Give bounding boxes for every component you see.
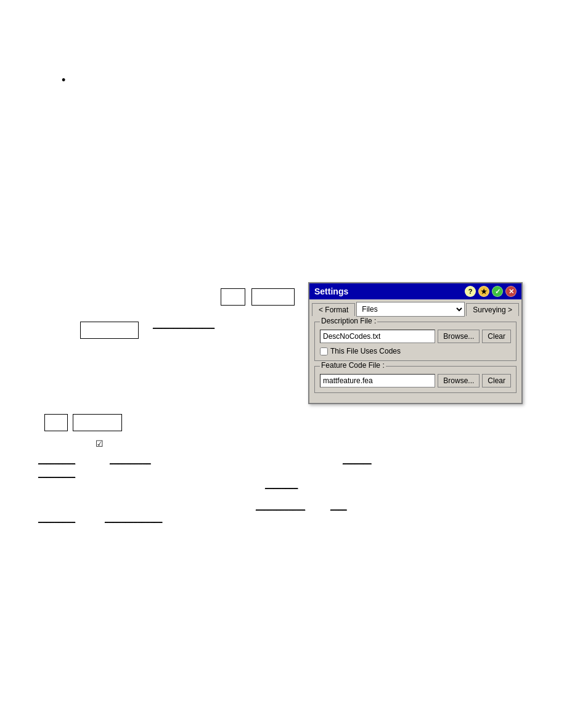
description-file-row: Browse... Clear (320, 330, 511, 343)
tab-bar: < Format Files Surveying > (309, 299, 521, 317)
settings-dialog: Settings ? ★ ✓ ✕ < Format Files Surveyin… (308, 282, 523, 404)
underline-link-9[interactable]: ______________ (105, 514, 162, 523)
feature-code-file-input[interactable] (320, 374, 435, 387)
underline-link-5[interactable]: ________ (265, 481, 298, 489)
tab-surveying-button[interactable]: Surveying > (466, 303, 519, 316)
underline-link-3[interactable]: _______ (343, 456, 372, 465)
bottom-checkbox[interactable]: ☑ (96, 439, 104, 448)
feature-browse-button[interactable]: Browse... (438, 374, 480, 387)
underline-link-2[interactable]: __________ (110, 456, 151, 465)
dialog-content: Description File : Browse... Clear This … (309, 317, 521, 403)
underline-link-1[interactable]: _________ (38, 456, 75, 465)
underline-link-8[interactable]: _________ (38, 514, 75, 523)
feature-code-file-row: Browse... Clear (320, 374, 511, 387)
uses-codes-checkbox[interactable] (320, 347, 328, 355)
uses-codes-label: This File Uses Codes (330, 347, 401, 355)
uses-codes-row: This File Uses Codes (320, 347, 511, 355)
left-box (80, 322, 139, 339)
close-icon[interactable]: ✕ (505, 286, 517, 297)
help-icon[interactable]: ? (465, 286, 476, 297)
underline-link-7[interactable]: ____ (330, 502, 347, 511)
feature-code-file-group: Feature Code File : Browse... Clear (314, 366, 517, 393)
description-file-group: Description File : Browse... Clear This … (314, 322, 517, 361)
title-bar: Settings ? ★ ✓ ✕ (309, 283, 521, 299)
small-box-1 (221, 288, 245, 306)
description-file-label: Description File : (320, 317, 377, 325)
underline-link-4[interactable]: _________ (38, 469, 75, 478)
feature-code-file-label: Feature Code File : (320, 361, 386, 370)
dialog-title: Settings (314, 286, 348, 296)
small-box-2 (251, 288, 295, 306)
description-clear-button[interactable]: Clear (482, 330, 511, 343)
feature-clear-button[interactable]: Clear (482, 374, 511, 387)
underline-text-1[interactable]: _______________ (153, 320, 214, 329)
underline-link-6[interactable]: ____________ (256, 502, 305, 511)
check-icon[interactable]: ✓ (492, 286, 503, 297)
title-bar-icons: ? ★ ✓ ✕ (465, 286, 517, 297)
description-browse-button[interactable]: Browse... (438, 330, 480, 343)
bottom-box-1 (44, 414, 68, 431)
bullet-point: • (62, 74, 65, 87)
description-file-input[interactable] (320, 330, 435, 343)
tab-format-button[interactable]: < Format (312, 303, 355, 316)
bottom-box-2 (73, 414, 122, 431)
tab-select[interactable]: Files (356, 302, 465, 317)
bookmark-icon[interactable]: ★ (478, 286, 489, 297)
